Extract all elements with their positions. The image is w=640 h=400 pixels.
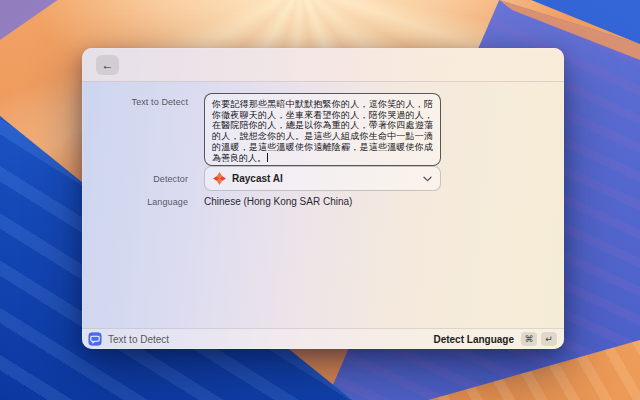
back-arrow-icon: ← bbox=[102, 58, 114, 72]
screen: ← Text to Detect 你要記得那些黑暗中默默抱緊你的人，逗你笑的人，… bbox=[0, 0, 640, 400]
raycast-ai-sparkle-icon bbox=[213, 172, 226, 185]
detector-value: Raycast AI bbox=[232, 173, 417, 184]
language-value: Chinese (Hong Kong SAR China) bbox=[204, 196, 352, 207]
detector-row: Detector Raycast AI bbox=[82, 166, 564, 191]
detector-dropdown[interactable]: Raycast AI bbox=[204, 166, 441, 191]
text-caret bbox=[267, 153, 268, 162]
chat-bubble-icon bbox=[88, 332, 102, 346]
language-label: Language bbox=[82, 197, 188, 207]
window-header: ← bbox=[82, 48, 564, 82]
language-row: Language Chinese (Hong Kong SAR China) bbox=[82, 191, 564, 209]
detect-language-button[interactable]: Detect Language ⌘ ↵ bbox=[433, 332, 557, 346]
detect-language-label: Detect Language bbox=[433, 334, 514, 345]
command-name: Text to Detect bbox=[108, 334, 169, 345]
chevron-down-icon bbox=[423, 176, 432, 182]
text-to-detect-input[interactable]: 你要記得那些黑暗中默默抱緊你的人，逗你笑的人，陪你徹夜聊天的人，坐車來看望你的人… bbox=[204, 93, 441, 166]
command-info: Text to Detect bbox=[88, 332, 433, 346]
form: Text to Detect 你要記得那些黑暗中默默抱緊你的人，逗你笑的人，陪你… bbox=[82, 82, 564, 209]
text-to-detect-value: 你要記得那些黑暗中默默抱緊你的人，逗你笑的人，陪你徹夜聊天的人，坐車來看望你的人… bbox=[212, 99, 433, 163]
return-key-icon: ↵ bbox=[541, 332, 557, 346]
detector-label: Detector bbox=[82, 174, 188, 184]
raycast-window: ← Text to Detect 你要記得那些黑暗中默默抱緊你的人，逗你笑的人，… bbox=[82, 48, 564, 349]
text-to-detect-label: Text to Detect bbox=[82, 93, 188, 166]
window-footer: Text to Detect Detect Language ⌘ ↵ bbox=[82, 328, 564, 349]
back-button[interactable]: ← bbox=[96, 55, 119, 75]
text-to-detect-row: Text to Detect 你要記得那些黑暗中默默抱緊你的人，逗你笑的人，陪你… bbox=[82, 93, 564, 166]
command-key-icon: ⌘ bbox=[521, 332, 537, 346]
